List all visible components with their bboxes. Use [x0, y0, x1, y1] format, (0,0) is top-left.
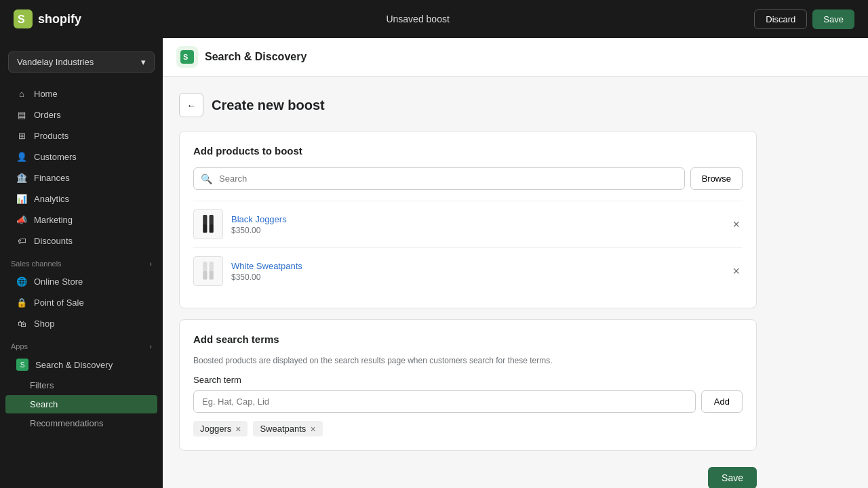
svg-rect-6 [203, 224, 207, 232]
content-area: ← Create new boost Add products to boost… [163, 77, 773, 488]
main-content: S Search & Discovery ← Create new boost … [163, 38, 868, 488]
term-input-row: Add [193, 390, 743, 413]
remove-tag-joggers-button[interactable]: × [235, 424, 241, 434]
topbar-actions: Discard Save [754, 9, 854, 29]
search-terms-title: Add search terms [193, 333, 743, 345]
add-products-card: Add products to boost 🔍 Browse [179, 131, 757, 308]
apps-expand-icon[interactable]: › [149, 342, 152, 350]
sales-channels-section: Sales channels › [0, 251, 163, 270]
sidebar-sub-item-recommendations[interactable]: Recommendations [5, 414, 157, 432]
online-store-icon: 🌐 [16, 276, 27, 287]
product-search-input[interactable] [215, 168, 677, 189]
unsaved-boost-title: Unsaved boost [386, 14, 449, 24]
product-info-white-sweatpants: White Sweatpants $350.00 [231, 261, 722, 282]
product-search-row: 🔍 Browse [193, 167, 743, 190]
product-name-black-joggers[interactable]: Black Joggers [231, 214, 722, 224]
store-selector[interactable]: Vandelay Industries ▾ [8, 52, 155, 73]
discard-button[interactable]: Discard [754, 9, 807, 29]
finances-icon: 🏦 [16, 172, 27, 183]
topbar: S shopify Unsaved boost Discard Save [0, 0, 868, 38]
point-of-sale-icon: 🔒 [16, 297, 27, 308]
search-discovery-header-icon: S [176, 46, 198, 68]
page-header-title: Search & Discovery [205, 51, 307, 63]
product-search-wrap: 🔍 [193, 167, 685, 190]
product-price-white-sweatpants: $350.00 [231, 272, 722, 282]
search-discovery-icon: S [16, 359, 28, 371]
tags-row: Joggers × Sweatpants × [193, 421, 743, 436]
back-arrow-icon: ← [186, 100, 195, 110]
marketing-icon: 📣 [16, 214, 27, 225]
products-icon: ⊞ [16, 130, 27, 141]
remove-black-joggers-button[interactable]: × [730, 216, 743, 233]
sidebar-sub-item-search[interactable]: Search [5, 395, 157, 413]
bottom-bar: Save [179, 462, 757, 488]
sidebar-item-home[interactable]: ⌂ Home [5, 83, 157, 104]
add-search-terms-card: Add search terms Boosted products are di… [179, 319, 757, 451]
product-thumb-black-joggers [193, 209, 223, 239]
search-icon: 🔍 [201, 174, 212, 184]
sidebar-item-point-of-sale[interactable]: 🔒 Point of Sale [5, 292, 157, 312]
sidebar-item-analytics[interactable]: 📊 Analytics [5, 188, 157, 209]
sidebar-sub-item-filters[interactable]: Filters [5, 376, 157, 394]
term-input[interactable] [193, 390, 696, 413]
product-name-white-sweatpants[interactable]: White Sweatpants [231, 261, 722, 271]
customers-icon: 👤 [16, 151, 27, 162]
product-thumb-white-sweatpants [193, 256, 223, 286]
sidebar-item-customers[interactable]: 👤 Customers [5, 146, 157, 167]
add-term-button[interactable]: Add [701, 390, 743, 413]
sidebar-item-shop[interactable]: 🛍 Shop [5, 313, 157, 333]
sidebar-item-finances[interactable]: 🏦 Finances [5, 167, 157, 188]
term-label: Search term [193, 375, 743, 385]
boost-title: Create new boost [212, 98, 325, 113]
svg-rect-4 [203, 215, 207, 226]
orders-icon: ▤ [16, 109, 27, 120]
sidebar-item-orders[interactable]: ▤ Orders [5, 104, 157, 125]
sidebar-item-products[interactable]: ⊞ Products [5, 125, 157, 146]
svg-rect-9 [210, 262, 214, 272]
sidebar-item-online-store[interactable]: 🌐 Online Store [5, 271, 157, 291]
svg-rect-7 [210, 224, 214, 232]
apps-section: Apps › [0, 334, 163, 353]
product-price-black-joggers: $350.00 [231, 226, 722, 235]
svg-rect-8 [203, 262, 207, 272]
tag-sweatpants: Sweatpants × [253, 421, 322, 436]
sidebar: Vandelay Industries ▾ ⌂ Home ▤ Orders ⊞ … [0, 38, 163, 488]
svg-rect-11 [210, 271, 214, 279]
discounts-icon: 🏷 [16, 235, 27, 246]
home-icon: ⌂ [16, 88, 27, 99]
search-terms-desc: Boosted products are displayed on the se… [193, 356, 743, 365]
boost-header: ← Create new boost [179, 93, 757, 117]
sidebar-item-marketing[interactable]: 📣 Marketing [5, 209, 157, 230]
sales-channels-expand-icon[interactable]: › [149, 260, 152, 268]
svg-text:S: S [183, 53, 188, 61]
svg-text:S: S [18, 14, 25, 25]
svg-rect-10 [203, 271, 207, 279]
save-button-bottom[interactable]: Save [708, 467, 757, 488]
analytics-icon: 📊 [16, 193, 27, 204]
remove-tag-sweatpants-button[interactable]: × [310, 424, 315, 434]
layout: Vandelay Industries ▾ ⌂ Home ▤ Orders ⊞ … [0, 38, 868, 488]
back-button[interactable]: ← [179, 93, 203, 117]
tag-joggers: Joggers × [193, 421, 248, 436]
shop-icon: 🛍 [16, 318, 27, 329]
sidebar-item-search-discovery[interactable]: S Search & Discovery [5, 354, 157, 375]
save-button-top[interactable]: Save [812, 9, 854, 29]
product-item-white-sweatpants: White Sweatpants $350.00 × [193, 247, 743, 294]
product-item-black-joggers: Black Joggers $350.00 × [193, 201, 743, 247]
browse-button[interactable]: Browse [690, 167, 743, 190]
page-header: S Search & Discovery [163, 38, 868, 77]
svg-rect-5 [210, 215, 214, 226]
sidebar-item-discounts[interactable]: 🏷 Discounts [5, 230, 157, 251]
add-products-title: Add products to boost [193, 145, 743, 157]
product-info-black-joggers: Black Joggers $350.00 [231, 214, 722, 235]
remove-white-sweatpants-button[interactable]: × [730, 262, 743, 280]
shopify-logo: S shopify [14, 9, 81, 28]
